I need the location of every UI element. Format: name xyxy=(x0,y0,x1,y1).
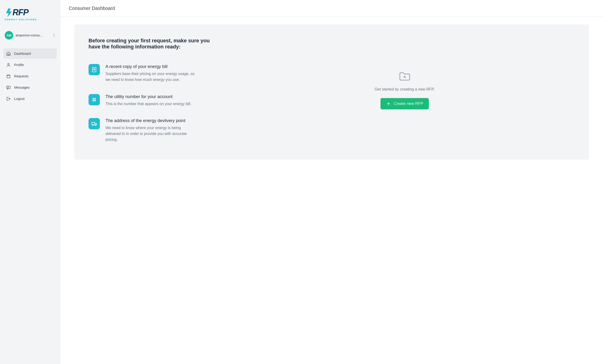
avatar: AM xyxy=(5,31,13,40)
sidebar-item-label: Dashboard xyxy=(14,52,31,55)
page-title: Consumer Dashboard xyxy=(69,6,594,11)
sidebar-item-logout[interactable]: Logout xyxy=(3,94,57,104)
onboarding-panel: Before creating your first request, make… xyxy=(74,24,589,160)
folder-plus-icon xyxy=(399,71,411,82)
sidebar-item-requests[interactable]: Requests xyxy=(3,71,57,81)
panel-heading: Before creating your first request, make… xyxy=(89,38,220,50)
requirement-desc: We need to know where your energy is bei… xyxy=(105,125,195,143)
sidebar: RFP ENERGY SOLUTIONS AM amponce+consu… D… xyxy=(0,0,60,364)
requirements-column: Before creating your first request, make… xyxy=(89,38,220,143)
user-name: amponce+consu… xyxy=(16,33,50,37)
logout-icon xyxy=(6,96,11,101)
svg-rect-3 xyxy=(7,86,10,89)
sidebar-item-label: Requests xyxy=(14,74,28,78)
cta-text: Get started by creating a new RFP. xyxy=(375,87,435,91)
svg-point-7 xyxy=(95,125,96,126)
requirement-item: The address of the energy devlivery poin… xyxy=(89,118,220,143)
logo-mark: RFP ENERGY SOLUTIONS xyxy=(5,7,40,21)
cta-column: Get started by creating a new RFP. Creat… xyxy=(234,38,575,143)
sidebar-item-label: Messages xyxy=(14,86,30,89)
svg-point-2 xyxy=(8,63,9,65)
plus-icon xyxy=(386,101,391,106)
requirement-title: A recent copy of your energy bill xyxy=(105,64,220,69)
create-new-rfp-button[interactable]: Create new RFP xyxy=(381,98,429,109)
requirement-desc: Suppliers base their pricing on your ene… xyxy=(105,71,195,83)
message-icon xyxy=(6,85,11,90)
home-icon xyxy=(6,51,11,56)
topbar: Consumer Dashboard xyxy=(60,0,603,17)
svg-point-6 xyxy=(93,125,93,126)
sidebar-item-profile[interactable]: Profile xyxy=(3,60,57,70)
requirement-title: The utility number for your account xyxy=(105,94,220,99)
user-icon xyxy=(6,63,11,67)
sidebar-nav: Dashboard Profile Requests xyxy=(3,48,57,104)
svg-rect-5 xyxy=(92,122,95,125)
chevron-updown-icon xyxy=(53,34,55,37)
brand-logo: RFP ENERGY SOLUTIONS xyxy=(3,7,57,29)
requirement-desc: This is the number that appears on your … xyxy=(105,101,195,107)
sidebar-item-label: Logout xyxy=(14,97,24,101)
requirement-item: The utility number for your account This… xyxy=(89,94,220,107)
requirement-item: A recent copy of your energy bill Suppli… xyxy=(89,64,220,83)
svg-text:ENERGY SOLUTIONS: ENERGY SOLUTIONS xyxy=(5,18,37,21)
package-icon xyxy=(6,74,11,78)
content: Before creating your first request, make… xyxy=(60,17,603,167)
sidebar-item-messages[interactable]: Messages xyxy=(3,82,57,93)
receipt-icon xyxy=(89,64,100,75)
main: Consumer Dashboard Before creating your … xyxy=(60,0,603,364)
svg-text:RFP: RFP xyxy=(12,8,29,17)
sidebar-item-label: Profile xyxy=(14,63,24,67)
truck-icon xyxy=(89,118,100,129)
cta-button-label: Create new RFP xyxy=(394,101,423,106)
requirement-title: The address of the energy devlivery poin… xyxy=(105,118,220,123)
hash-icon xyxy=(89,94,100,105)
user-switcher[interactable]: AM amponce+consu… xyxy=(3,29,57,41)
sidebar-item-dashboard[interactable]: Dashboard xyxy=(3,48,57,59)
